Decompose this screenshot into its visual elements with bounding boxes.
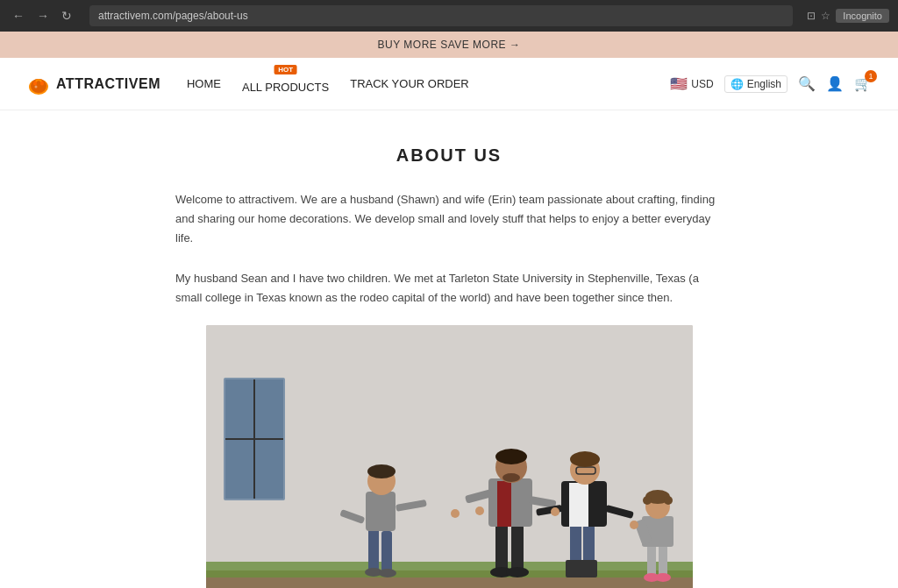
svg-rect-37 bbox=[569, 483, 588, 527]
svg-rect-21 bbox=[495, 522, 508, 570]
svg-point-40 bbox=[570, 451, 600, 467]
url-text: attractivem.com/pages/about-us bbox=[98, 10, 248, 22]
banner-text: BUY MORE SAVE MORE → bbox=[378, 39, 521, 51]
svg-point-4 bbox=[35, 85, 38, 88]
svg-point-24 bbox=[506, 567, 529, 577]
currency-selector[interactable]: 🇺🇸 USD bbox=[670, 75, 713, 92]
cast-icon: ⊡ bbox=[807, 10, 816, 22]
svg-rect-43 bbox=[647, 542, 656, 576]
svg-point-29 bbox=[502, 473, 520, 482]
address-bar[interactable]: attractivem.com/pages/about-us bbox=[89, 5, 793, 26]
page-title: ABOUT US bbox=[175, 145, 723, 166]
svg-rect-26 bbox=[497, 481, 511, 527]
flag-icon: 🇺🇸 bbox=[670, 75, 688, 92]
svg-point-46 bbox=[655, 573, 671, 582]
globe-icon: 🌐 bbox=[731, 78, 744, 90]
top-banner[interactable]: BUY MORE SAVE MORE → bbox=[0, 32, 898, 58]
search-icon[interactable]: 🔍 bbox=[798, 75, 816, 92]
svg-rect-13 bbox=[381, 531, 392, 573]
language-selector[interactable]: 🌐 English bbox=[724, 75, 788, 93]
language-text: English bbox=[747, 78, 781, 90]
forward-button[interactable]: → bbox=[33, 7, 53, 25]
back-button[interactable]: ← bbox=[9, 7, 28, 25]
svg-rect-35 bbox=[580, 560, 597, 577]
svg-rect-12 bbox=[368, 527, 379, 570]
browser-actions: ⊡ ☆ Incognito bbox=[807, 9, 889, 23]
main-nav: HOME HOT ALL PRODUCTS TRACK YOUR ORDER bbox=[187, 74, 670, 94]
logo-icon bbox=[26, 74, 51, 95]
hot-badge: HOT bbox=[274, 65, 297, 74]
svg-point-2 bbox=[33, 81, 37, 85]
family-image bbox=[206, 325, 693, 588]
nav-all-products[interactable]: HOT ALL PRODUCTS bbox=[242, 74, 329, 94]
incognito-badge: Incognito bbox=[836, 9, 889, 23]
nav-home[interactable]: HOME bbox=[187, 77, 221, 90]
cart-icon[interactable]: 🛒 1 bbox=[854, 75, 872, 92]
cart-count: 1 bbox=[865, 70, 877, 82]
svg-point-3 bbox=[40, 81, 44, 85]
account-icon[interactable]: 👤 bbox=[826, 75, 844, 92]
svg-point-28 bbox=[495, 449, 527, 464]
logo-text: ATTRACTIVEM bbox=[56, 76, 160, 92]
svg-rect-16 bbox=[366, 492, 396, 531]
browser-chrome: ← → ↻ attractivem.com/pages/about-us ⊡ ☆… bbox=[0, 0, 898, 32]
svg-point-54 bbox=[475, 507, 484, 515]
header-right: 🇺🇸 USD 🌐 English 🔍 👤 🛒 1 bbox=[670, 75, 872, 93]
svg-point-56 bbox=[630, 521, 638, 529]
svg-rect-22 bbox=[511, 525, 524, 573]
svg-point-50 bbox=[643, 496, 652, 505]
currency-text: USD bbox=[691, 78, 713, 90]
svg-rect-44 bbox=[659, 544, 667, 577]
family-photo-svg bbox=[206, 325, 693, 588]
main-content: ABOUT US Welcome to attractivem. We are … bbox=[0, 110, 898, 588]
reload-button[interactable]: ↻ bbox=[58, 7, 75, 25]
browser-nav-controls: ← → ↻ bbox=[9, 7, 75, 25]
svg-point-53 bbox=[451, 509, 460, 518]
header: ATTRACTIVEM HOME HOT ALL PRODUCTS TRACK … bbox=[0, 58, 898, 110]
svg-point-15 bbox=[379, 569, 396, 577]
about-paragraph-1: Welcome to attractivem. We are a husband… bbox=[175, 190, 723, 248]
svg-rect-7 bbox=[206, 562, 693, 577]
about-paragraph-2: My husband Sean and I have two children.… bbox=[175, 269, 723, 308]
svg-point-51 bbox=[664, 496, 673, 505]
svg-point-55 bbox=[551, 507, 559, 516]
svg-point-1 bbox=[31, 79, 46, 93]
nav-track-order[interactable]: TRACK YOUR ORDER bbox=[350, 77, 469, 90]
svg-point-18 bbox=[367, 464, 396, 478]
logo[interactable]: ATTRACTIVEM bbox=[26, 74, 160, 95]
bookmark-icon[interactable]: ☆ bbox=[821, 10, 830, 22]
